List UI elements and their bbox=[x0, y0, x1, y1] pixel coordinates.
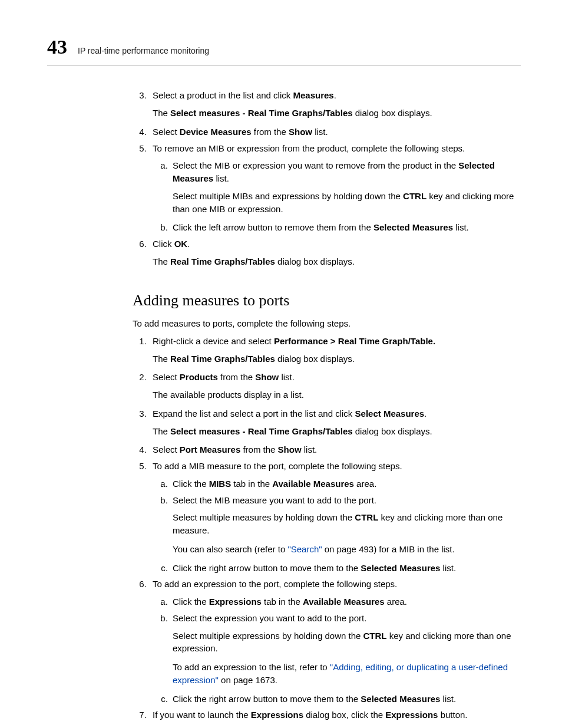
result-text: The Real Time Graphs/Tables dialog box d… bbox=[153, 255, 521, 268]
note-text: Select multiple expressions by holding d… bbox=[173, 630, 521, 655]
note-text: To add an expression to the list, refer … bbox=[173, 661, 521, 687]
step-5: To add a MIB measure to the port, comple… bbox=[149, 460, 521, 574]
result-text: The available products display in a list… bbox=[153, 388, 521, 401]
substeps: Click the MIBS tab in the Available Meas… bbox=[153, 477, 521, 575]
chapter-number: 43 bbox=[47, 32, 67, 61]
cross-reference-link[interactable]: "Search" bbox=[287, 544, 322, 554]
substep-b: Click the left arrow button to remove th… bbox=[170, 221, 521, 234]
result-text: The Select measures - Real Time Graphs/T… bbox=[153, 107, 521, 120]
substeps: Click the Expressions tab in the Availab… bbox=[153, 595, 521, 705]
bold: Device Measures bbox=[180, 127, 252, 137]
text: Select bbox=[153, 127, 180, 137]
substeps: Select the MIB or expression you want to… bbox=[153, 159, 521, 234]
text: You can also search (refer to bbox=[173, 544, 287, 554]
text: dialog box displays. bbox=[353, 426, 432, 436]
bold: Show bbox=[289, 127, 312, 137]
step-6: To add an expression to the port, comple… bbox=[149, 578, 521, 705]
body-content: Select a product in the list and click M… bbox=[133, 89, 521, 722]
bold: Real Time Graphs/Tables bbox=[170, 354, 275, 364]
substep-b: Select the MIB measure you want to add t… bbox=[170, 494, 521, 556]
text: Right-click a device and select bbox=[153, 336, 274, 346]
text: To add a MIB measure to the port, comple… bbox=[153, 461, 402, 471]
note-text: Select multiple measures by holding down… bbox=[173, 511, 521, 537]
section-heading: Adding measures to ports bbox=[133, 289, 521, 312]
text: The bbox=[153, 108, 170, 118]
text: To remove an MIB or expression from the … bbox=[153, 143, 465, 153]
text: Select bbox=[153, 372, 180, 382]
bold: CTRL bbox=[403, 191, 427, 201]
text: dialog box, click the bbox=[303, 710, 385, 720]
text: Select a product in the list and click bbox=[153, 90, 293, 100]
bold: Measures bbox=[293, 90, 333, 100]
bold: Select measures - Real Time Graphs/Table… bbox=[170, 426, 353, 436]
text: area. bbox=[385, 597, 407, 607]
text: . bbox=[424, 409, 427, 419]
substep-a: Click the MIBS tab in the Available Meas… bbox=[170, 477, 521, 490]
text: If you want to launch the bbox=[153, 710, 251, 720]
bold: CTRL bbox=[355, 512, 378, 522]
text: dialog box displays. bbox=[275, 354, 355, 364]
text: on page 1673. bbox=[219, 675, 277, 685]
bold: MIBS bbox=[209, 479, 232, 489]
text: Select bbox=[153, 444, 180, 454]
bold: Show bbox=[278, 444, 302, 454]
text: dialog box displays. bbox=[275, 256, 355, 266]
step-5: To remove an MIB or expression from the … bbox=[149, 142, 521, 235]
bold: Select Measures bbox=[355, 409, 425, 419]
text: . bbox=[187, 239, 190, 249]
text: tab in the bbox=[231, 479, 272, 489]
substep-c: Click the right arrow button to move the… bbox=[170, 562, 521, 575]
text: Select the MIB measure you want to add t… bbox=[173, 495, 376, 505]
result-text: The Real Time Graphs/Tables dialog box d… bbox=[153, 353, 521, 365]
text: Click the bbox=[173, 479, 209, 489]
text: . bbox=[334, 90, 336, 100]
bold: Products bbox=[180, 372, 218, 382]
bold: Available Measures bbox=[272, 479, 354, 489]
text: Click the right arrow button to move the… bbox=[173, 563, 361, 573]
bold: Expressions bbox=[385, 710, 438, 720]
substep-c: Click the right arrow button to move the… bbox=[170, 693, 521, 706]
bold: Select measures - Real Time Graphs/Table… bbox=[170, 108, 353, 118]
text: The bbox=[153, 256, 170, 266]
bold: Selected Measures bbox=[361, 694, 440, 704]
bold: Available Measures bbox=[303, 597, 385, 607]
step-1: Right-click a device and select Performa… bbox=[149, 335, 521, 365]
step-3: Select a product in the list and click M… bbox=[149, 89, 521, 120]
bold: Show bbox=[255, 372, 279, 382]
bold: Selected Measures bbox=[361, 563, 440, 573]
procedure-list-2: Right-click a device and select Performa… bbox=[133, 335, 521, 722]
text: list. bbox=[440, 694, 456, 704]
text: tab in the bbox=[262, 597, 303, 607]
step-4: Select Device Measures from the Show lis… bbox=[149, 126, 521, 139]
text: To add an expression to the port, comple… bbox=[153, 579, 397, 589]
text: area. bbox=[354, 479, 376, 489]
text: list. bbox=[302, 444, 318, 454]
procedure-list-1: Select a product in the list and click M… bbox=[133, 89, 521, 268]
step-2: Select Products from the Show list. The … bbox=[149, 371, 521, 401]
text: list. bbox=[453, 222, 469, 232]
text: list. bbox=[279, 372, 295, 382]
text: The bbox=[153, 426, 170, 436]
bold: Selected Measures bbox=[373, 222, 453, 232]
result-text: The Select measures - Real Time Graphs/T… bbox=[153, 425, 521, 438]
text: Click the left arrow button to remove th… bbox=[173, 222, 373, 232]
text: list. bbox=[213, 173, 229, 183]
substep-a: Select the MIB or expression you want to… bbox=[170, 159, 521, 215]
note-text: Select multiple MIBs and expressions by … bbox=[173, 190, 521, 216]
text: from the bbox=[218, 372, 255, 382]
running-header: 43 IP real-time performance monitoring bbox=[47, 32, 521, 65]
text: on page 493) for a MIB in the list. bbox=[322, 544, 455, 554]
section-intro: To add measures to ports, complete the f… bbox=[133, 317, 521, 330]
text: Select multiple measures by holding down… bbox=[173, 512, 355, 522]
text: Select multiple MIBs and expressions by … bbox=[173, 191, 403, 201]
text: list. bbox=[312, 127, 328, 137]
running-title: IP real-time performance monitoring bbox=[78, 45, 209, 57]
bold: OK bbox=[174, 239, 188, 249]
text: Select the MIB or expression you want to… bbox=[173, 160, 458, 170]
substep-a: Click the Expressions tab in the Availab… bbox=[170, 595, 521, 608]
substep-b: Select the expression you want to add to… bbox=[170, 612, 521, 687]
text: list. bbox=[440, 563, 456, 573]
bold: Real Time Graphs/Tables bbox=[170, 256, 275, 266]
text: Click the bbox=[173, 597, 209, 607]
bold: Performance > Real Time Graph/Table. bbox=[274, 336, 435, 346]
